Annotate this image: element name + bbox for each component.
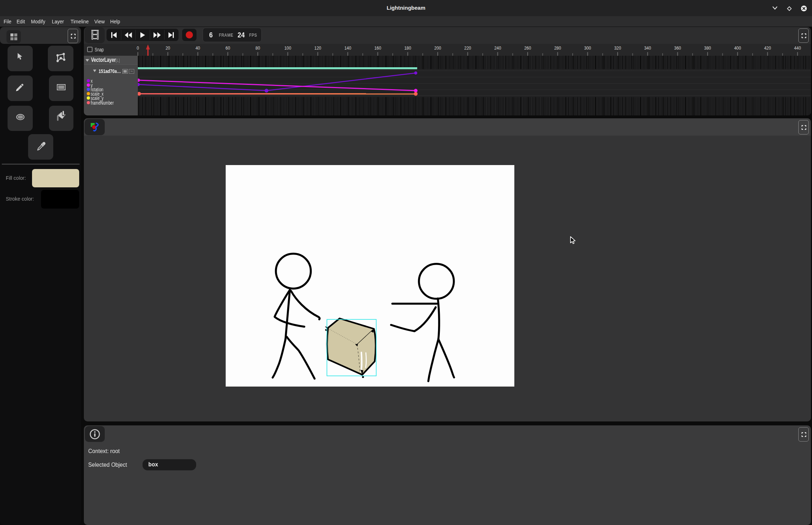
svg-text:200: 200 (434, 45, 441, 51)
svg-text:100: 100 (284, 45, 291, 51)
svg-text:20: 20 (166, 45, 170, 51)
svg-text:120: 120 (314, 45, 321, 51)
svg-text:280: 280 (554, 45, 561, 51)
svg-text:440: 440 (794, 45, 801, 51)
svg-text:320: 320 (614, 45, 621, 51)
svg-text:140: 140 (344, 45, 351, 51)
svg-text:360: 360 (674, 45, 681, 51)
svg-text:380: 380 (704, 45, 711, 51)
svg-text:220: 220 (464, 45, 471, 51)
svg-text:340: 340 (644, 45, 651, 51)
svg-text:420: 420 (764, 45, 771, 51)
svg-text:180: 180 (404, 45, 411, 51)
svg-text:80: 80 (256, 45, 260, 51)
svg-text:160: 160 (374, 45, 381, 51)
svg-text:60: 60 (226, 45, 230, 51)
svg-text:300: 300 (584, 45, 591, 51)
svg-text:400: 400 (734, 45, 741, 51)
svg-text:240: 240 (494, 45, 501, 51)
svg-text:260: 260 (524, 45, 531, 51)
svg-text:40: 40 (195, 45, 200, 51)
svg-text:0: 0 (137, 45, 139, 51)
